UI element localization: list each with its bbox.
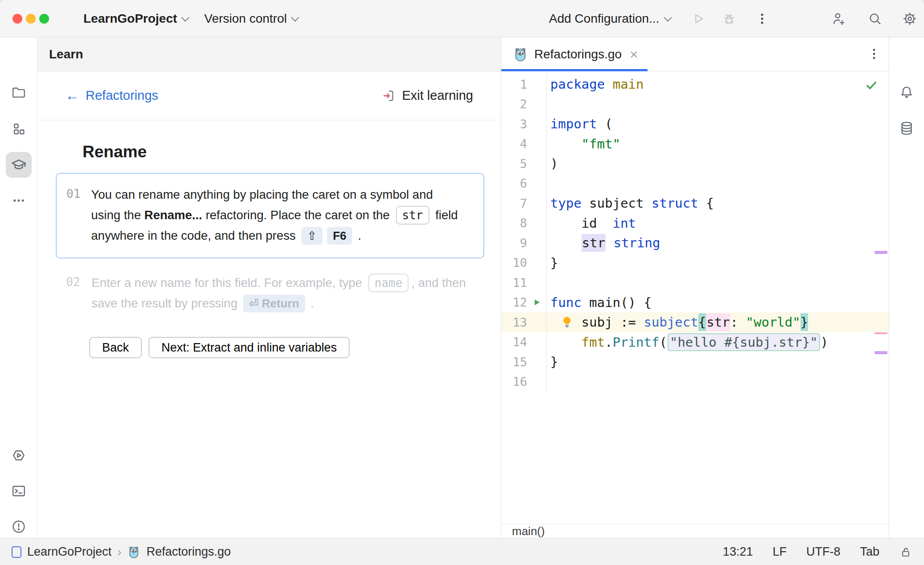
line-number[interactable]: 5: [501, 157, 527, 171]
modules-icon: [11, 121, 27, 137]
line-number[interactable]: 10: [501, 256, 527, 270]
line-number[interactable]: 12: [501, 295, 527, 309]
code-line-8[interactable]: 8 id int: [501, 213, 889, 233]
code-text[interactable]: str string: [547, 235, 660, 250]
line-number[interactable]: 3: [501, 117, 527, 131]
gutter[interactable]: [527, 372, 547, 392]
editor-options-button[interactable]: [866, 46, 882, 61]
code-text[interactable]: }: [547, 354, 558, 369]
window-close-button[interactable]: [12, 14, 22, 24]
back-to-refactorings-link[interactable]: ← Refactorings: [65, 87, 158, 104]
run-button[interactable]: [691, 0, 706, 37]
gutter[interactable]: [527, 332, 547, 352]
code-text[interactable]: type subject struct {: [547, 196, 714, 211]
line-number[interactable]: 1: [501, 78, 527, 91]
code-text[interactable]: subj := subject{str: "world"}: [547, 315, 808, 330]
tab-refactorings-go[interactable]: Refactorings.go ×: [501, 37, 644, 71]
code-editor[interactable]: 1package main23import (4 "fmt"5)67type s…: [501, 71, 889, 524]
code-line-12[interactable]: 12func main() {: [501, 293, 889, 313]
gutter[interactable]: [527, 233, 547, 253]
code-line-14[interactable]: 14 fmt.Printf("hello #{subj.str}"): [501, 332, 889, 352]
run-line-icon[interactable]: [531, 296, 543, 308]
vcs-widget[interactable]: Version control: [204, 0, 298, 37]
status-project-name[interactable]: LearnGoProject: [27, 545, 111, 559]
code-line-1[interactable]: 1package main: [501, 74, 889, 94]
tool-modules-button[interactable]: [6, 116, 32, 142]
gutter[interactable]: [527, 273, 547, 293]
gutter[interactable]: [527, 154, 547, 174]
gutter[interactable]: [527, 114, 547, 134]
code-text[interactable]: ): [547, 156, 558, 171]
code-text[interactable]: func main() {: [547, 295, 652, 310]
breadcrumb-main[interactable]: main(): [512, 524, 545, 538]
code-line-13[interactable]: 13 subj := subject{str: "world"}: [501, 312, 889, 332]
tool-learn-button[interactable]: [6, 152, 32, 178]
code-line-7[interactable]: 7type subject struct {: [501, 193, 889, 213]
notifications-button[interactable]: [894, 80, 919, 105]
run-configuration-widget[interactable]: Add Configuration...: [549, 0, 671, 37]
code-line-6[interactable]: 6: [501, 174, 889, 194]
code-text[interactable]: package main: [547, 77, 644, 92]
gutter[interactable]: [527, 312, 547, 332]
tool-services-button[interactable]: [6, 442, 32, 468]
code-line-2[interactable]: 2: [501, 94, 889, 115]
gutter[interactable]: [527, 352, 547, 372]
gutter[interactable]: [527, 174, 547, 194]
caret-position[interactable]: 13:21: [723, 545, 753, 559]
code-text[interactable]: fmt.Printf("hello #{subj.str}"): [547, 335, 828, 350]
gutter[interactable]: [527, 253, 547, 273]
back-button[interactable]: Back: [89, 337, 142, 358]
line-number[interactable]: 15: [501, 355, 527, 369]
code-line-10[interactable]: 10}: [501, 253, 889, 273]
line-number[interactable]: 6: [501, 176, 527, 190]
settings-button[interactable]: [902, 0, 918, 37]
main-menu-button[interactable]: [755, 0, 770, 37]
indent-style[interactable]: Tab: [860, 545, 879, 559]
line-number[interactable]: 7: [501, 197, 527, 210]
line-ending[interactable]: LF: [772, 545, 787, 559]
file-encoding[interactable]: UTF-8: [806, 545, 841, 559]
gutter[interactable]: [527, 134, 547, 154]
tool-problems-button[interactable]: [6, 514, 32, 540]
tool-more-button[interactable]: [6, 188, 32, 213]
gutter[interactable]: [527, 193, 547, 213]
code-line-11[interactable]: 11: [501, 273, 889, 293]
line-number[interactable]: 11: [501, 276, 527, 290]
gutter[interactable]: [527, 213, 547, 233]
code-line-5[interactable]: 5): [501, 154, 889, 174]
project-widget[interactable]: LearnGoProject: [83, 0, 188, 37]
code-line-16[interactable]: 16: [501, 372, 889, 392]
code-line-4[interactable]: 4 "fmt": [501, 134, 889, 154]
exit-learning-button[interactable]: Exit learning: [381, 88, 473, 103]
code-text[interactable]: id int: [547, 216, 636, 231]
line-number[interactable]: 9: [501, 236, 527, 250]
debug-button[interactable]: [722, 0, 737, 37]
search-everywhere-button[interactable]: [867, 0, 883, 37]
status-file-name[interactable]: Refactorings.go: [146, 545, 231, 559]
intention-bulb-icon[interactable]: [559, 314, 575, 331]
line-number[interactable]: 2: [501, 97, 527, 111]
unlocked-padlock-icon[interactable]: [899, 545, 912, 559]
database-button[interactable]: [894, 116, 919, 141]
line-number[interactable]: 8: [501, 216, 527, 230]
line-number[interactable]: 13: [501, 315, 527, 329]
code-text[interactable]: }: [547, 255, 558, 270]
code-line-3[interactable]: 3import (: [501, 114, 889, 134]
window-minimize-button[interactable]: [26, 14, 36, 24]
tool-project-button[interactable]: [6, 80, 32, 106]
code-with-me-button[interactable]: [830, 0, 846, 37]
window-zoom-button[interactable]: [39, 14, 49, 24]
code-text[interactable]: import (: [547, 116, 613, 131]
gutter[interactable]: [527, 293, 547, 313]
gutter[interactable]: [527, 74, 547, 94]
next-lesson-button[interactable]: Next: Extract and inline variables: [148, 337, 350, 358]
tab-close-icon[interactable]: ×: [630, 47, 638, 61]
gutter[interactable]: [527, 94, 547, 115]
tool-terminal-button[interactable]: [6, 478, 32, 504]
line-number[interactable]: 4: [501, 137, 527, 151]
line-number[interactable]: 16: [501, 375, 527, 389]
line-number[interactable]: 14: [501, 335, 527, 349]
code-line-15[interactable]: 15}: [501, 352, 889, 372]
code-line-9[interactable]: 9 str string: [501, 233, 889, 253]
code-text[interactable]: "fmt": [547, 136, 620, 151]
